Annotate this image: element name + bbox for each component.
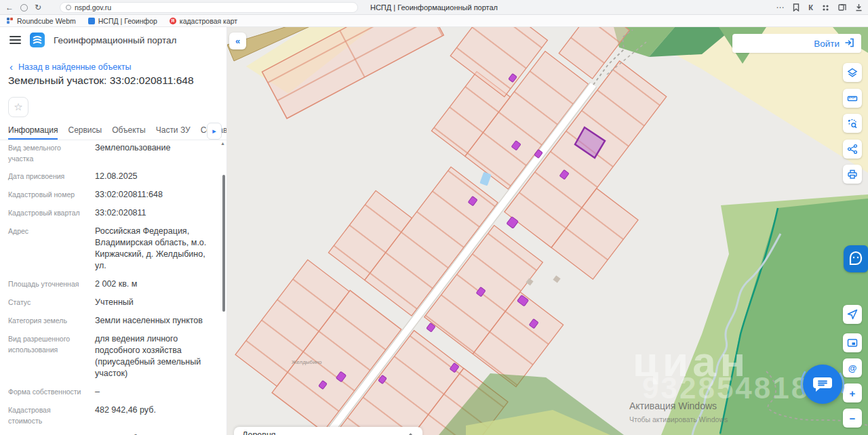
tab-services[interactable]: Сервисы — [68, 122, 102, 140]
back-chevron-icon: ‹ — [9, 61, 13, 72]
object-info-panel: Геоинформационный портал ‹ Назад в найде… — [0, 27, 227, 435]
field-row: Кадастровый номер33:02:020811:648 — [0, 189, 226, 201]
zoom-in-button[interactable]: + — [843, 384, 862, 402]
bookmark-icon[interactable] — [793, 3, 800, 12]
yandex-favicon: Я — [170, 18, 176, 24]
map-bottom-panel[interactable]: Деревня — [234, 427, 422, 435]
feedback-mascot-button[interactable] — [844, 245, 868, 272]
menu-icon[interactable] — [9, 36, 21, 44]
login-button[interactable]: Войти — [732, 34, 861, 53]
tab-title: НСПД | Геоинформационный портал — [370, 0, 498, 15]
field-row: Площадь уточненная2 002 кв. м — [0, 278, 226, 290]
collections-icon[interactable] — [838, 4, 846, 12]
print-button[interactable] — [843, 165, 862, 184]
field-row: Вид разрешенного использованиядля ведени… — [0, 333, 226, 379]
panel-scrollbar[interactable] — [222, 175, 225, 312]
browser-chrome: ← ↻ nspd.gov.ru НСПД | Геоинформационный… — [0, 0, 868, 15]
bookmark-item-roundcube[interactable]: Roundcube Webm — [7, 17, 76, 25]
bookmark-item-cadastre[interactable]: Я кадастровая карт — [170, 17, 237, 25]
login-icon — [844, 38, 854, 49]
field-row: Вид земельного участкаЗемлепользование — [0, 142, 226, 164]
field-row: АдресРоссийская Федерация, Владимирская … — [0, 226, 226, 272]
field-row: СтатусУчтенный — [0, 297, 226, 308]
roundcube-favicon — [7, 18, 14, 24]
page-title: Земельный участок: 33:02:020811:648 — [8, 75, 225, 87]
field-row: Кадастровый квартал33:02:020811 — [0, 207, 226, 219]
ruler-button[interactable] — [843, 89, 862, 108]
login-label: Войти — [814, 39, 840, 49]
tab-objects[interactable]: Объекты — [112, 122, 146, 140]
url-text: nspd.gov.ru — [75, 3, 111, 12]
portal-logo-icon — [30, 33, 45, 47]
collapse-panel-button[interactable]: « — [229, 33, 246, 49]
tabs-more-button[interactable]: ▸ — [207, 123, 222, 140]
kaspersky-icon[interactable]: К — [808, 0, 813, 15]
nspd-favicon — [88, 18, 95, 24]
tab-parcel-parts[interactable]: Части ЗУ — [156, 122, 191, 140]
tabs-bar: Информация Сервисы Объекты Части ЗУ Сост… — [0, 122, 227, 140]
extensions-icon[interactable] — [822, 4, 829, 12]
download-icon[interactable] — [855, 3, 863, 12]
attribute-list: Вид земельного участкаЗемлепользование Д… — [0, 142, 226, 435]
map-canvas[interactable]: Желдыбино циан 9328548188 Активация Wind… — [227, 27, 868, 435]
bookmark-label: кадастровая карт — [180, 17, 237, 25]
scrollbar-up-arrow[interactable]: ▲ — [220, 141, 225, 146]
layers-button[interactable] — [843, 63, 862, 82]
field-row: Категория земельЗемли населенных пунктов — [0, 315, 226, 327]
bookmark-label: НСПД | Геоинфор — [98, 17, 157, 25]
bookmark-label: Roundcube Webm — [17, 17, 76, 25]
field-row: Дата присвоения12.08.2025 — [0, 171, 226, 182]
browser-reload-button[interactable]: ↻ — [35, 0, 41, 15]
site-security-icon — [66, 5, 71, 10]
address-search-button[interactable]: @ — [843, 358, 862, 377]
bottom-panel-label: Деревня — [242, 428, 276, 435]
field-row: Форма собственности– — [0, 386, 226, 398]
chevron-up-icon — [407, 433, 414, 435]
area-search-button[interactable] — [843, 114, 862, 133]
share-button[interactable] — [843, 140, 862, 159]
locate-me-button[interactable] — [843, 305, 862, 324]
map-base-layer — [227, 27, 868, 435]
browser-profile-icon[interactable] — [20, 4, 28, 12]
bookmarks-bar: Roundcube Webm НСПД | Геоинфор Я кадастр… — [0, 15, 868, 27]
tab-information[interactable]: Информация — [8, 122, 58, 140]
field-row: Кадастровая стоимость482 942,46 руб. — [0, 405, 226, 426]
bookmark-item-nspd[interactable]: НСПД | Геоинфор — [88, 17, 157, 25]
favorite-star-button[interactable]: ☆ — [8, 97, 28, 117]
address-bar[interactable]: nspd.gov.ru — [60, 2, 358, 13]
overview-map-button[interactable] — [843, 333, 862, 352]
back-to-results-link[interactable]: ‹ Назад в найденные объекты — [9, 61, 131, 72]
zoom-out-button[interactable]: − — [843, 409, 862, 428]
back-link-label: Назад в найденные объекты — [18, 62, 131, 72]
chat-button[interactable] — [803, 365, 842, 404]
browser-back-button[interactable]: ← — [5, 0, 14, 15]
portal-title: Геоинформационный портал — [54, 35, 176, 45]
browser-more-icon[interactable]: ⋯ — [776, 0, 784, 15]
